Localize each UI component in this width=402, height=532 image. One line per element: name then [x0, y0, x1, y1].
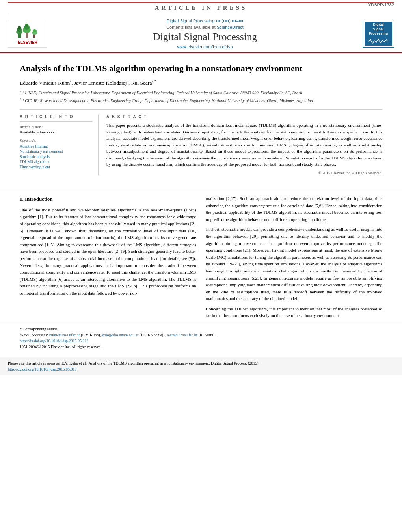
intro-para-right-2: In short, stochastic models can provide … — [206, 226, 383, 302]
svg-point-10 — [33, 29, 37, 32]
sciencedirect-link: Contents lists available at ScienceDirec… — [55, 25, 355, 30]
available-online: Available online xxxx — [20, 130, 92, 134]
keywords-label: Keywords: — [20, 138, 92, 143]
body-col-right: malization [2,17]. Such an approach aims… — [206, 195, 383, 323]
abstract-section: A B S T R A C T This paper presents a st… — [106, 115, 382, 175]
sciencedirect-anchor[interactable]: ScienceDirect — [217, 25, 244, 30]
journal-title-main: Digital Signal Processing — [55, 31, 355, 43]
dsp-logo-inner: Digital Signal Processing — [365, 22, 392, 46]
footnotes: * Corresponding author. E-mail addresses… — [0, 323, 402, 353]
journal-link[interactable]: Digital Signal Processing ••• (••••) •••… — [55, 19, 355, 23]
keyword-4[interactable]: TDLMS algorithm — [20, 159, 92, 164]
article-title: Analysis of the TDLMS algorithm operatin… — [20, 63, 382, 74]
keyword-5[interactable]: Time-varying plant — [20, 165, 92, 169]
corresponding-author-note: * Corresponding author. — [20, 326, 382, 332]
abstract-title: A B S T R A C T — [106, 115, 382, 119]
abstract-text: This paper presents a stochastic analysi… — [106, 122, 382, 168]
dsp-logo: Digital Signal Processing — [363, 20, 394, 48]
article-in-press-banner: ARTICLE IN PRESS — [8, 2, 394, 13]
journal-header: ELSEVIER Digital Signal Processing ••• (… — [0, 15, 402, 53]
affiliations: a ᵃ LINSE; Circuits and Signal Processin… — [20, 89, 382, 104]
keyword-2[interactable]: Nonstationary environment — [20, 149, 92, 154]
issn-line: 1051-2004/© 2015 Elsevier Inc. All right… — [20, 344, 382, 350]
article-history-label: Article history: — [20, 125, 92, 129]
citation-text: Please cite this article in press as: E.… — [8, 361, 259, 365]
journal-url: www.elsevier.com/locate/dsp — [55, 44, 355, 49]
body-columns: 1. Introduction One of the most powerful… — [0, 195, 402, 323]
svg-point-7 — [25, 24, 28, 27]
doi-link: http://dx.doi.org/10.1016/j.dsp.2015.05.… — [20, 338, 382, 344]
article-info-title: A R T I C L E I N F O — [20, 115, 92, 119]
intro-heading: 1. Introduction — [20, 195, 196, 204]
keyword-3[interactable]: Stochastic analysis — [20, 154, 92, 159]
ydspr-id: YDSPR-1782 — [368, 2, 394, 7]
authors: Eduardo Vinicius Kuhna, Javier Ernesto K… — [20, 79, 382, 86]
intro-para-right-3: Concerning the TDLMS algorithm, it is im… — [206, 306, 383, 319]
email-addresses: E-mail addresses: kuhn@linse.ufsc.br (E.… — [20, 332, 382, 338]
intro-para-right-1: malization [2,17]. Such an approach aims… — [206, 195, 383, 223]
section-divider — [0, 191, 402, 191]
bottom-citation: Please cite this article in press as: E.… — [0, 357, 402, 375]
keyword-1[interactable]: Adaptive filtering — [20, 144, 92, 148]
article-info: A R T I C L E I N F O Article history: A… — [20, 115, 99, 175]
info-abstract-row: A R T I C L E I N F O Article history: A… — [20, 109, 382, 175]
affiliation-b: b ᵇ GID-IE; Research and Development in … — [20, 97, 382, 104]
doi-anchor[interactable]: http://dx.doi.org/10.1016/j.dsp.2015.05.… — [20, 339, 89, 343]
journal-center: Digital Signal Processing ••• (••••) •••… — [55, 19, 355, 49]
email-kuhn[interactable]: kuhn@linse.ufsc.br — [49, 333, 80, 337]
article-content: Analysis of the TDLMS algorithm operatin… — [0, 53, 402, 187]
body-col-left: 1. Introduction One of the most powerful… — [20, 195, 196, 323]
affiliation-a: a ᵃ LINSE; Circuits and Signal Processin… — [20, 89, 382, 96]
citation-doi[interactable]: http://dx.doi.org/10.1016/j.dsp.2015.05.… — [8, 367, 77, 371]
email-kolodziej[interactable]: koloj@fio.unam.edu.ar — [102, 333, 139, 337]
copyright: © 2015 Elsevier Inc. All rights reserved… — [106, 171, 382, 175]
elsevier-logo-text: ELSEVIER — [18, 40, 37, 44]
intro-para-1: One of the most powerful and well-known … — [20, 207, 196, 297]
svg-point-3 — [18, 26, 21, 29]
journal-url-link[interactable]: www.elsevier.com/locate/dsp — [177, 44, 233, 49]
elsevier-logo: ELSEVIER — [8, 20, 47, 48]
email-seara[interactable]: seara@linse.ufsc.br — [167, 333, 198, 337]
